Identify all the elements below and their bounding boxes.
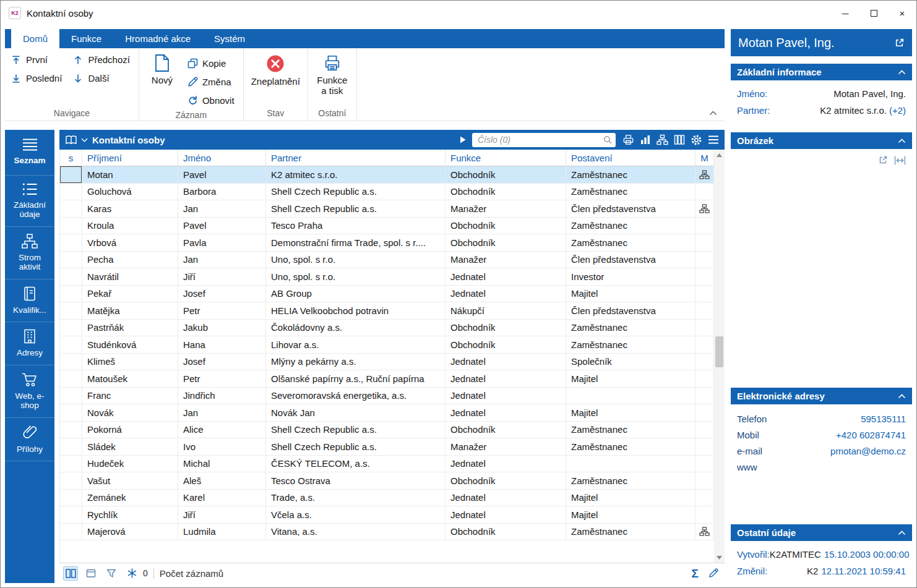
- row-selector-cell[interactable]: [60, 456, 82, 472]
- chevron-down-icon[interactable]: [81, 138, 88, 142]
- column-header-s[interactable]: s: [60, 150, 82, 166]
- edit-pencil-icon[interactable]: [708, 568, 718, 578]
- record-count-label[interactable]: Počet záznamů: [160, 568, 223, 579]
- row-selector-cell[interactable]: [60, 404, 82, 421]
- sidebar-item-kvalifikace[interactable]: Kvalifik...: [5, 279, 54, 323]
- play-icon[interactable]: [459, 135, 467, 144]
- row-selector-cell[interactable]: [60, 200, 82, 217]
- column-header-m[interactable]: M: [695, 150, 714, 166]
- sum-icon[interactable]: Σ: [692, 568, 699, 579]
- collapse-section-icon[interactable]: [898, 138, 906, 143]
- column-header-partner[interactable]: Partner: [266, 150, 446, 166]
- columns-icon[interactable]: [674, 134, 685, 145]
- next-record-button[interactable]: Další: [73, 73, 130, 83]
- print-icon[interactable]: [622, 134, 634, 145]
- first-record-button[interactable]: První: [11, 54, 62, 65]
- eaddress-value[interactable]: pmotan@demo.cz: [830, 446, 906, 456]
- sidebar-item-seznam[interactable]: Seznam: [5, 130, 54, 176]
- maximize-button[interactable]: [859, 1, 888, 25]
- org-structure-icon[interactable]: [657, 134, 668, 145]
- table-row[interactable]: Pastrňák Jakub Čokoládovny a.s. Obchodní…: [60, 320, 714, 337]
- minimize-button[interactable]: ─: [831, 1, 859, 25]
- ribbon-tab[interactable]: Systém: [202, 29, 257, 48]
- refresh-button[interactable]: Obnovit: [187, 91, 235, 109]
- open-book-icon[interactable]: [65, 135, 77, 145]
- picture-header[interactable]: Obrázek: [731, 132, 912, 149]
- table-row[interactable]: Karas Jan Shell Czech Republic a.s. Mana…: [60, 200, 714, 218]
- sidebar-item-prilohy[interactable]: Přílohy: [5, 418, 54, 462]
- form-view-button[interactable]: [84, 566, 98, 581]
- table-row[interactable]: Novák Jan Novák Jan Jednatel Majitel: [60, 404, 714, 422]
- ribbon-tab[interactable]: Domů: [11, 29, 59, 48]
- row-selector-cell[interactable]: [60, 472, 82, 489]
- copy-button[interactable]: Kopie: [187, 54, 235, 72]
- eaddress-value[interactable]: +420 602874741: [836, 430, 906, 440]
- table-row[interactable]: Kroula Pavel Tesco Praha Obchodník Zaměs…: [60, 218, 714, 235]
- open-external-icon[interactable]: [894, 38, 905, 48]
- sidebar-item-zakladni-udaje[interactable]: Základní údaje: [5, 176, 54, 227]
- column-header-position[interactable]: Postavení: [566, 150, 695, 166]
- row-selector-cell[interactable]: [60, 252, 82, 268]
- functions-print-button[interactable]: Funkce a tisk: [312, 51, 353, 96]
- invalidate-button[interactable]: Zneplatnění: [248, 51, 304, 87]
- table-row[interactable]: Matějka Petr HELIA Velkoobchod potravin …: [60, 302, 714, 320]
- table-row[interactable]: Majerová Ludmila Vitana, a.s. Obchodník …: [60, 524, 714, 541]
- new-record-button[interactable]: Nový: [143, 51, 181, 86]
- collapse-section-icon[interactable]: [898, 70, 906, 75]
- hamburger-menu-icon[interactable]: [708, 135, 719, 144]
- row-selector-cell[interactable]: [60, 438, 82, 455]
- table-row[interactable]: Motan Pavel K2 atmitec s.r.o. Obchodník …: [60, 166, 714, 184]
- partner-value[interactable]: K2 atmitec s.r.o.: [820, 105, 887, 116]
- scroll-up-button[interactable]: [714, 150, 725, 160]
- collapse-section-icon[interactable]: [898, 394, 906, 399]
- table-row[interactable]: Hudeček Michal ČESKÝ TELECOM, a.s. Jedna…: [60, 456, 714, 473]
- close-button[interactable]: ×: [888, 1, 916, 25]
- column-header-name[interactable]: Jméno: [178, 150, 266, 166]
- vertical-scrollbar[interactable]: [714, 150, 725, 563]
- row-selector-cell[interactable]: [60, 166, 82, 183]
- row-selector-cell[interactable]: [60, 184, 82, 200]
- last-record-button[interactable]: Poslední: [11, 73, 62, 83]
- table-row[interactable]: Vrbová Pavla Demonstrační firma Trade, s…: [60, 234, 714, 252]
- sidebar-item-web-eshop[interactable]: Web, e-shop: [5, 365, 54, 418]
- table-row[interactable]: Pokorná Alice Shell Czech Republic a.s. …: [60, 422, 714, 439]
- table-row[interactable]: Sládek Ivo Shell Czech Republic a.s. Man…: [60, 438, 714, 456]
- table-row[interactable]: Goluchová Barbora Shell Czech Republic a…: [60, 184, 714, 201]
- table-row[interactable]: Klimeš Josef Mlýny a pekárny a.s. Jednat…: [60, 354, 714, 371]
- row-selector-cell[interactable]: [60, 320, 82, 336]
- column-header-surname[interactable]: Příjmení: [82, 150, 178, 166]
- filter-button[interactable]: [104, 566, 119, 581]
- row-selector-cell[interactable]: [60, 524, 82, 540]
- eaddresses-header[interactable]: Elektronické adresy: [731, 388, 912, 404]
- row-selector-cell[interactable]: [60, 422, 82, 438]
- freeze-button[interactable]: [124, 566, 139, 581]
- table-row[interactable]: Matoušek Petr Olšanské papírny a.s., Ruč…: [60, 370, 714, 388]
- row-selector-cell[interactable]: [60, 286, 82, 302]
- collapse-section-icon[interactable]: [898, 530, 906, 535]
- scroll-down-button[interactable]: [714, 552, 725, 563]
- row-selector-cell[interactable]: [60, 268, 82, 285]
- row-selector-cell[interactable]: [60, 336, 82, 353]
- basic-info-header[interactable]: Základní informace: [731, 64, 912, 80]
- row-selector-cell[interactable]: [60, 370, 82, 387]
- row-selector-cell[interactable]: [60, 218, 82, 234]
- table-row[interactable]: Pecha Jan Uno, spol. s r.o. Manažer Člen…: [60, 252, 714, 269]
- row-selector-cell[interactable]: [60, 388, 82, 404]
- row-selector-cell[interactable]: [60, 302, 82, 319]
- row-selector-cell[interactable]: [60, 234, 82, 251]
- other-info-header[interactable]: Ostatní údaje: [731, 524, 912, 541]
- scrollbar-track[interactable]: [714, 160, 725, 552]
- ribbon-tab[interactable]: Hromadné akce: [113, 29, 202, 48]
- collapse-ribbon-button[interactable]: [709, 111, 717, 116]
- chart-icon[interactable]: [640, 134, 651, 145]
- fit-width-icon[interactable]: [894, 156, 906, 165]
- column-header-role[interactable]: Funkce: [446, 150, 566, 166]
- table-row[interactable]: Pekař Josef AB Group Jednatel Majitel: [60, 286, 714, 303]
- row-selector-cell[interactable]: [60, 506, 82, 523]
- table-row[interactable]: Zemánek Karel Trade, a.s. Jednatel Majit…: [60, 490, 714, 507]
- table-row[interactable]: Rychlík Jiří Včela a.s. Jednatel Majitel: [60, 506, 714, 524]
- scrollbar-thumb[interactable]: [715, 336, 723, 367]
- search-input[interactable]: [478, 135, 603, 145]
- row-selector-cell[interactable]: [60, 490, 82, 506]
- ribbon-tab[interactable]: Funkce: [59, 29, 113, 48]
